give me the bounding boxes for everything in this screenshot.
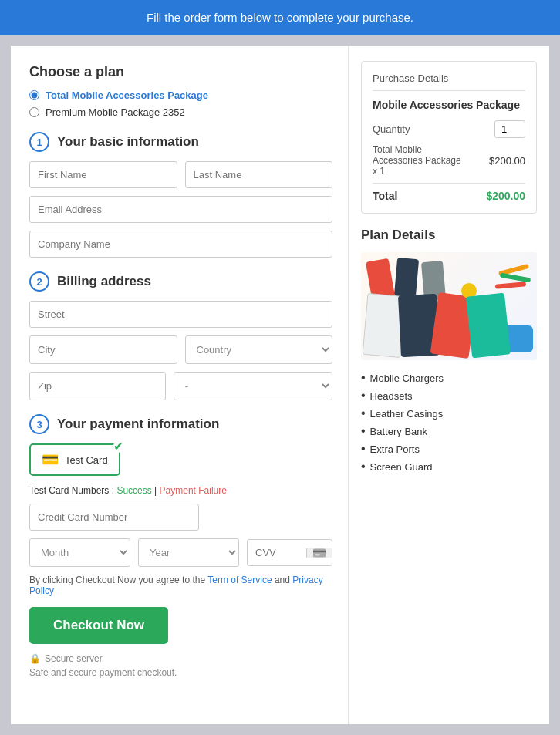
quantity-row: Quantity [373, 120, 525, 138]
zip-input[interactable] [29, 372, 166, 400]
plan-image [361, 252, 537, 360]
left-panel: Choose a plan Total Mobile Accessories P… [11, 46, 349, 724]
credit-card-row [29, 504, 332, 531]
banner-text: Fill the order form below to complete yo… [147, 11, 413, 24]
plan1-label[interactable]: Total Mobile Accessories Package [46, 89, 208, 101]
plan1-radio[interactable] [29, 90, 39, 100]
secure-label: Secure server [45, 653, 103, 664]
card-label: Test Card [65, 454, 108, 466]
quantity-label: Quantity [373, 123, 410, 135]
terms-prefix: By clicking Checkout Now you agree to th… [29, 575, 207, 585]
step2-circle: 2 [29, 271, 49, 292]
cvv-wrapper [247, 539, 332, 566]
step1-heading: 1 Your basic information [29, 132, 332, 152]
city-country-row: Country [29, 335, 332, 364]
line-item-row: Total Mobile Accessories Package x 1 $20… [373, 144, 525, 177]
card-check-icon: ✔ [113, 440, 123, 453]
test-card-note: Test Card Numbers : Success | Payment Fa… [29, 485, 332, 496]
svg-rect-0 [313, 548, 326, 557]
feature-5: Extra Ports [361, 442, 537, 456]
purchase-details-header: Purchase Details [373, 72, 525, 91]
last-name-input[interactable] [185, 161, 333, 188]
plan2-label[interactable]: Premium Mobile Package 2352 [46, 106, 185, 118]
email-input[interactable] [29, 196, 332, 223]
credit-card-icon: 💳 [42, 451, 59, 468]
page-wrapper: Fill the order form below to complete yo… [0, 0, 560, 735]
feature-4: Battery Bank [361, 424, 537, 438]
top-banner: Fill the order form below to complete yo… [0, 0, 560, 35]
test-numbers-label: Test Card Numbers : [29, 485, 114, 496]
company-input[interactable] [29, 231, 332, 258]
safe-text: Safe and secure payment checkout. [29, 667, 332, 678]
zip-state-row: - [29, 372, 332, 400]
credit-card-input[interactable] [29, 504, 199, 531]
step3-title: Your payment information [57, 416, 219, 432]
line-item-label: Total Mobile Accessories Package x 1 [373, 144, 465, 177]
purchase-details-box: Purchase Details Mobile Accessories Pack… [361, 61, 537, 214]
month-select[interactable]: Month [29, 538, 130, 567]
company-row [29, 231, 332, 258]
lock-icon: 🔒 [29, 653, 41, 664]
plan-option-2[interactable]: Premium Mobile Package 2352 [29, 106, 332, 118]
step2-title: Billing address [57, 274, 151, 289]
country-select[interactable]: Country [185, 335, 333, 364]
feature-6: Screen Guard [361, 460, 537, 474]
line-item-price: $200.00 [489, 155, 525, 167]
cvv-input[interactable] [248, 540, 306, 565]
failure-link[interactable]: Payment Failure [160, 485, 227, 496]
svg-rect-2 [315, 554, 319, 555]
total-label: Total [373, 190, 397, 202]
plan-features-list: Mobile Chargers Headsets Leather Casings… [361, 371, 537, 474]
feature-2: Headsets [361, 389, 537, 403]
terms-middle: and [275, 575, 292, 585]
step1-title: Your basic information [57, 134, 199, 150]
total-price: $200.00 [486, 190, 525, 202]
city-input[interactable] [29, 335, 177, 364]
step3-circle: 3 [29, 414, 49, 434]
step2-heading: 2 Billing address [29, 271, 332, 292]
payment-details-row: Month Year [29, 538, 332, 567]
svg-rect-1 [313, 550, 326, 551]
state-select[interactable]: - [174, 372, 332, 400]
quantity-input[interactable] [494, 120, 525, 138]
right-panel: Purchase Details Mobile Accessories Pack… [349, 46, 549, 724]
plan-option-1[interactable]: Total Mobile Accessories Package [29, 89, 332, 101]
step3-heading: 3 Your payment information [29, 414, 332, 434]
tos-link[interactable]: Term of Service [207, 575, 272, 585]
secure-note: 🔒 Secure server [29, 653, 332, 664]
feature-1: Mobile Chargers [361, 371, 537, 385]
name-row [29, 161, 332, 188]
step1-circle: 1 [29, 132, 49, 152]
cvv-card-icon[interactable] [306, 548, 332, 558]
plan-details-title: Plan Details [361, 228, 537, 243]
street-row [29, 301, 332, 328]
checkout-button[interactable]: Checkout Now [29, 607, 168, 644]
total-row: Total $200.00 [373, 183, 525, 202]
street-input[interactable] [29, 301, 332, 328]
purchase-package-name: Mobile Accessories Package [373, 99, 525, 111]
main-content: Choose a plan Total Mobile Accessories P… [11, 46, 549, 724]
feature-3: Leather Casings [361, 406, 537, 420]
year-select[interactable]: Year [138, 538, 239, 567]
product-collage [361, 252, 537, 360]
plan2-radio[interactable] [29, 107, 39, 117]
terms-text: By clicking Checkout Now you agree to th… [29, 575, 332, 596]
email-row [29, 196, 332, 223]
success-link[interactable]: Success [116, 485, 151, 496]
first-name-input[interactable] [29, 161, 177, 188]
test-card-button[interactable]: 💳 Test Card ✔ [29, 443, 120, 476]
choose-plan-title: Choose a plan [29, 64, 332, 80]
